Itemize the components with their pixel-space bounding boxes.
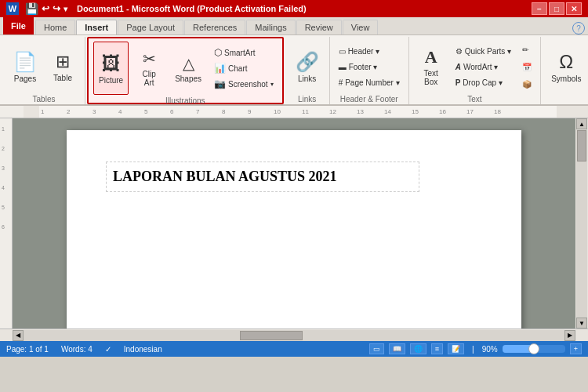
- ribbon-group-symbols: Ω Symbols: [541, 37, 588, 104]
- document-page: LAPORAN BULAN AGUSTUS 2021: [67, 130, 521, 328]
- tab-insert[interactable]: Insert: [76, 20, 117, 34]
- table-icon: ⊞: [56, 52, 70, 72]
- dropcap-button[interactable]: P Drop Cap ▾: [452, 75, 515, 89]
- shapes-label: Shapes: [175, 74, 201, 83]
- header-button[interactable]: ▭ Header ▾: [335, 44, 404, 58]
- ruler-marker-16: 16: [439, 108, 446, 115]
- ruler-marker-9: 9: [248, 108, 251, 115]
- zoom-level: 90%: [482, 345, 498, 354]
- ribbon-group-illustrations: 🖼 Picture ✂ ClipArt △ Shapes ⬡ SmartArt: [87, 37, 284, 104]
- scrollbar-h-thumb[interactable]: [240, 331, 303, 340]
- ruler-marker-8: 8: [222, 108, 225, 115]
- symbols-button[interactable]: Ω Symbols: [546, 40, 586, 93]
- dropcap-label: Drop Cap ▾: [463, 78, 503, 87]
- ruler-marker-3: 3: [93, 108, 96, 115]
- web-layout-btn[interactable]: 🌐: [410, 343, 426, 354]
- ribbon-group-header-footer: ▭ Header ▾ ▬ Footer ▾ # Page Number ▾ He…: [330, 37, 409, 104]
- links-items: 🔗 Links: [290, 38, 325, 95]
- status-right: ▭ 📖 🌐 ≡ 📝 | 90% +: [369, 343, 582, 354]
- v-ruler-4: 4: [2, 185, 5, 191]
- tab-mailings[interactable]: Mailings: [246, 20, 295, 34]
- ruler-marker-10: 10: [274, 108, 281, 115]
- date-time-button[interactable]: 📅: [518, 60, 535, 74]
- zoom-slider[interactable]: [503, 345, 565, 353]
- ruler-marker-1: 1: [41, 108, 44, 115]
- symbols-items: Ω Symbols: [546, 38, 586, 101]
- pages-button[interactable]: 📄 Pages: [8, 40, 42, 93]
- scroll-up-button[interactable]: ▲: [576, 118, 587, 129]
- object-button[interactable]: 📦: [518, 77, 535, 91]
- tab-view[interactable]: View: [343, 20, 379, 34]
- v-ruler-3: 3: [2, 165, 5, 171]
- ruler-marker-11: 11: [302, 108, 309, 115]
- textbox-button[interactable]: A TextBox: [414, 40, 448, 93]
- ribbon-tabs: File Home Insert Page Layout References …: [0, 17, 588, 35]
- quick-access-undo[interactable]: ↩: [42, 3, 49, 14]
- screenshot-arrow: ▾: [270, 81, 274, 88]
- ruler-marker-2: 2: [67, 108, 70, 115]
- help-icon[interactable]: ?: [572, 22, 585, 34]
- full-reading-btn[interactable]: 📖: [389, 343, 405, 354]
- outline-btn[interactable]: ≡: [431, 343, 443, 354]
- file-menu[interactable]: File: [3, 17, 34, 34]
- ribbon-group-text: A TextBox ⚙ Quick Parts ▾ A WordArt ▾ P …: [409, 37, 541, 104]
- symbols-group-label: [546, 101, 586, 103]
- quick-access-more[interactable]: ▾: [64, 5, 67, 13]
- ribbon-group-tables: 📄 Pages ⊞ Table Tables: [3, 37, 85, 104]
- quick-access-redo[interactable]: ↪: [53, 3, 60, 14]
- tab-page-layout[interactable]: Page Layout: [118, 20, 183, 34]
- scroll-right-button[interactable]: ▶: [564, 330, 575, 341]
- header-footer-group-label: Header & Footer: [335, 95, 404, 105]
- picture-button[interactable]: 🖼 Picture: [93, 42, 129, 95]
- document-title[interactable]: LAPORAN BULAN AGUSTUS 2021: [106, 162, 419, 192]
- minimize-button[interactable]: −: [532, 2, 547, 15]
- close-button[interactable]: ✕: [566, 2, 582, 15]
- footer-button[interactable]: ▬ Footer ▾: [335, 60, 404, 74]
- smartart-button[interactable]: ⬡ SmartArt: [210, 45, 278, 60]
- header-label: Header ▾: [348, 47, 380, 56]
- quickparts-button[interactable]: ⚙ Quick Parts ▾: [452, 44, 515, 58]
- scroll-down-button[interactable]: ▼: [576, 318, 587, 328]
- clipart-label: ClipArt: [143, 70, 156, 87]
- wordart-icon: A: [456, 63, 461, 71]
- scrollbar-vertical: ▲ ▼: [575, 118, 588, 328]
- clipart-icon: ✂: [143, 49, 156, 68]
- quick-access-save[interactable]: 💾: [25, 2, 38, 15]
- signature-line-button[interactable]: ✏: [518, 42, 535, 56]
- scrollbar-h-row: ◀ ▶: [13, 329, 575, 341]
- tab-review[interactable]: Review: [296, 20, 342, 34]
- screenshot-button[interactable]: 📷 Screenshot ▾: [210, 77, 278, 91]
- text-extra-stack: ✏ 📅 📦: [518, 40, 535, 93]
- zoom-in-btn[interactable]: +: [570, 343, 582, 354]
- scroll-left-button[interactable]: ◀: [13, 330, 24, 341]
- scroll-thumb-v[interactable]: [577, 130, 586, 162]
- chart-button[interactable]: 📊 Chart: [210, 61, 278, 75]
- wordart-button[interactable]: A WordArt ▾: [452, 60, 515, 74]
- header-footer-items: ▭ Header ▾ ▬ Footer ▾ # Page Number ▾: [335, 38, 404, 95]
- draft-btn[interactable]: 📝: [448, 343, 464, 354]
- tab-references[interactable]: References: [184, 20, 245, 34]
- page-number-button[interactable]: # Page Number ▾: [335, 75, 404, 89]
- ruler-vertical: 1 2 3 4 5 6: [0, 118, 13, 328]
- scrollbar-h-track: [24, 330, 564, 341]
- ruler-marker-7: 7: [196, 108, 199, 115]
- doc-area: 1 2 3 4 5 6 LAPORAN BULAN AGUSTUS 2021 ▲…: [0, 118, 588, 328]
- ruler-marker-13: 13: [357, 108, 364, 115]
- corner-box: [575, 329, 588, 341]
- shapes-button[interactable]: △ Shapes: [169, 42, 207, 95]
- restore-button[interactable]: □: [549, 2, 564, 15]
- zoom-slider-thumb[interactable]: [528, 343, 539, 354]
- zoom-separator: |: [472, 345, 474, 354]
- footer-icon: ▬: [339, 63, 347, 71]
- quickparts-icon: ⚙: [456, 47, 463, 56]
- print-layout-btn[interactable]: ▭: [369, 343, 384, 354]
- table-button[interactable]: ⊞ Table: [45, 40, 80, 93]
- smartart-icon: ⬡: [214, 47, 222, 58]
- clipart-button[interactable]: ✂ ClipArt: [132, 42, 166, 95]
- scroll-track-v: [576, 129, 587, 318]
- ruler-marker-17: 17: [466, 108, 474, 115]
- tab-home[interactable]: Home: [35, 20, 75, 34]
- title-controls: − □ ✕: [532, 2, 582, 15]
- ruler-marker-14: 14: [384, 108, 391, 115]
- links-button[interactable]: 🔗 Links: [290, 40, 325, 93]
